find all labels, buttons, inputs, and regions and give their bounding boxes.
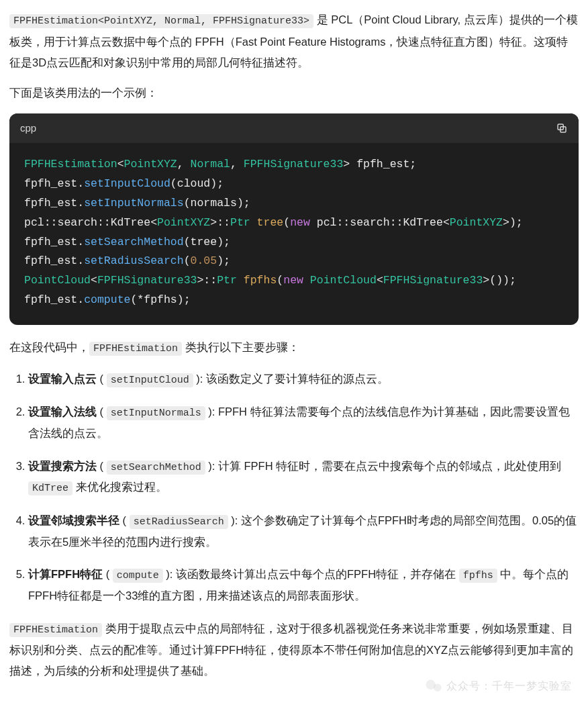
mid-paragraph: 在这段代码中，FPFHEstimation 类执行以下主要步骤：: [9, 337, 579, 359]
list-item-text: 该函数最终计算出点云中每个点的FPFH特征，并存储在: [176, 568, 459, 580]
list-item-title: 计算FPFH特征: [28, 568, 103, 580]
code-content: FPFHEstimation<PointXYZ, Normal, FPFHSig…: [9, 143, 579, 325]
copy-icon[interactable]: [556, 122, 568, 134]
list-item: 计算FPFH特征 ( compute ): 该函数最终计算出点云中每个点的FPF…: [28, 564, 579, 606]
inline-code: setInputCloud: [107, 373, 193, 387]
list-item-title: 设置邻域搜索半径: [28, 514, 119, 526]
list-item-title: 设置搜索方法: [28, 460, 97, 472]
code-language-label: cpp: [20, 119, 36, 138]
code-block: cpp FPFHEstimation<PointXYZ, Normal, FPF…: [9, 113, 579, 326]
inline-code: setRadiusSearch: [130, 515, 228, 529]
code-header: cpp: [9, 113, 579, 144]
list-item-title: 设置输入点云: [28, 373, 97, 385]
mid-after: 类执行以下主要步骤：: [182, 341, 299, 353]
svg-point-3: [434, 683, 442, 692]
outro-paragraph: FPFHEstimation 类用于提取点云中点的局部特征，这对于很多机器视觉任…: [9, 618, 579, 682]
inline-code: compute: [113, 569, 163, 583]
list-item-text: 计算 FPFH 特征时，需要在点云中搜索每个点的邻域点，此处使用到: [218, 460, 561, 472]
inline-code-class-template: FPFHEstimation<PointXYZ, Normal, FPFHSig…: [9, 14, 313, 28]
list-item-title: 设置输入法线: [28, 406, 97, 418]
list-item-text: 来优化搜索过程。: [72, 481, 167, 493]
intro-paragraph-1: FPFHEstimation<PointXYZ, Normal, FPFHSig…: [9, 9, 579, 73]
inline-code-classname: FPFHEstimation: [89, 342, 182, 356]
inline-code-classname: FPFHEstimation: [9, 623, 102, 637]
intro-paragraph-2: 下面是该类用法的一个示例：: [9, 83, 579, 103]
inline-code: setInputNormals: [107, 406, 205, 420]
inline-code: setSearchMethod: [107, 461, 205, 475]
inline-code: KdTree: [28, 481, 72, 495]
list-item: 设置邻域搜索半径 ( setRadiusSearch ): 这个参数确定了计算每…: [28, 510, 579, 552]
list-item-text: 该函数定义了要计算特征的源点云。: [206, 373, 389, 385]
list-item: 设置输入法线 ( setInputNormals ): FPFH 特征算法需要每…: [28, 401, 579, 443]
mid-before: 在这段代码中，: [9, 341, 89, 353]
list-item: 设置搜索方法 ( setSearchMethod ): 计算 FPFH 特征时，…: [28, 456, 579, 499]
list-item: 设置输入点云 ( setInputCloud ): 该函数定义了要计算特征的源点…: [28, 369, 579, 390]
inline-code: fpfhs: [459, 569, 497, 583]
steps-list: 设置输入点云 ( setInputCloud ): 该函数定义了要计算特征的源点…: [9, 369, 579, 606]
